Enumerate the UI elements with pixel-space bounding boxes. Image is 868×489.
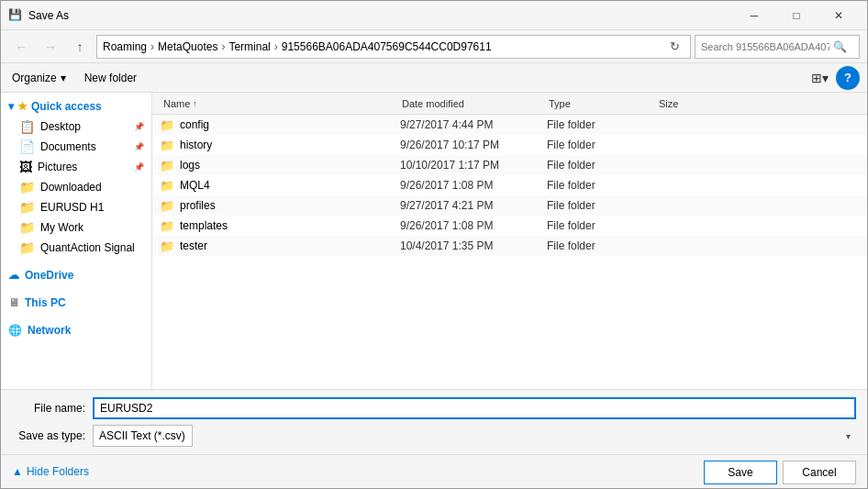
- file-type: File folder: [547, 159, 657, 172]
- select-arrow-icon: ▾: [846, 431, 851, 441]
- quick-access-header[interactable]: ▾ ★ Quick access: [1, 96, 151, 117]
- filename-input[interactable]: [93, 397, 856, 419]
- search-box: 🔍: [695, 35, 860, 59]
- file-list: 📁 config 9/27/2017 4:44 PM File folder 📁…: [152, 115, 867, 389]
- file-row[interactable]: 📁 templates 9/26/2017 1:08 PM File folde…: [152, 216, 867, 236]
- file-type: File folder: [547, 219, 657, 232]
- forward-button[interactable]: →: [38, 34, 63, 60]
- desktop-icon: 📋: [19, 119, 35, 134]
- bottom-footer: ▲ Hide Folders Save Cancel: [1, 454, 867, 488]
- save-button[interactable]: Save: [704, 461, 777, 484]
- view-button[interactable]: ⊞▾: [807, 65, 832, 91]
- onedrive-item[interactable]: ☁ OneDrive: [1, 265, 151, 285]
- file-name: logs: [180, 159, 400, 172]
- sidebar-item-pictures[interactable]: 🖼 Pictures 📌: [1, 157, 151, 177]
- network-item[interactable]: 🌐 Network: [1, 320, 151, 340]
- pin-icon: 📌: [134, 122, 144, 131]
- documents-label: Documents: [40, 140, 128, 153]
- search-input[interactable]: [701, 41, 829, 52]
- new-folder-button[interactable]: New folder: [81, 72, 140, 84]
- file-column-headers: Name ↑ Date modified Type Size: [152, 93, 867, 115]
- thispc-item[interactable]: 🖥 This PC: [1, 293, 151, 313]
- mywork-label: My Work: [40, 221, 144, 234]
- hide-folders-arrow-icon: ▲: [12, 465, 23, 478]
- organize-button[interactable]: Organize ▾: [8, 63, 70, 92]
- sidebar-item-documents[interactable]: 📄 Documents 📌: [1, 137, 151, 157]
- file-date: 9/26/2017 1:08 PM: [400, 179, 547, 192]
- breadcrumb-id[interactable]: 915566BA06ADA407569C544CC0D97611: [282, 40, 492, 53]
- file-date: 9/27/2017 4:21 PM: [400, 199, 547, 212]
- cancel-button[interactable]: Cancel: [783, 461, 856, 484]
- file-row[interactable]: 📁 MQL4 9/26/2017 1:08 PM File folder: [152, 175, 867, 195]
- sidebar-item-desktop[interactable]: 📋 Desktop 📌: [1, 117, 151, 137]
- col-header-type[interactable]: Type: [545, 93, 655, 114]
- sidebar-sep3: [1, 313, 151, 320]
- file-name: tester: [180, 239, 400, 252]
- file-row[interactable]: 📁 config 9/27/2017 4:44 PM File folder: [152, 115, 867, 135]
- file-date: 9/26/2017 1:08 PM: [400, 219, 547, 232]
- file-name: templates: [180, 219, 400, 232]
- breadcrumb-roaming[interactable]: Roaming: [103, 40, 147, 53]
- title-bar: 💾 Save As ─ □ ✕: [1, 1, 867, 30]
- quick-access-icon: ★: [17, 100, 28, 113]
- breadcrumb-metaquotes[interactable]: MetaQuotes: [158, 40, 217, 53]
- sidebar: ▾ ★ Quick access 📋 Desktop 📌 📄 Documents…: [1, 93, 152, 389]
- filetype-select-wrapper: ASCII Text (*.csv) ▾: [93, 425, 856, 447]
- breadcrumb-terminal[interactable]: Terminal: [228, 40, 270, 53]
- quantaction-label: QuantAction Signal: [40, 241, 144, 254]
- col-header-date[interactable]: Date modified: [398, 93, 545, 114]
- organize-label: Organize: [12, 72, 57, 84]
- folder-icon: 📁: [160, 199, 174, 213]
- file-row[interactable]: 📁 logs 10/10/2017 1:17 PM File folder: [152, 155, 867, 175]
- up-button[interactable]: ↑: [67, 34, 93, 60]
- file-type: File folder: [547, 239, 657, 252]
- sidebar-item-eurusd[interactable]: 📁 EURUSD H1: [1, 197, 151, 217]
- file-name: history: [180, 139, 400, 151]
- main-content: ▾ ★ Quick access 📋 Desktop 📌 📄 Documents…: [1, 93, 867, 389]
- search-icon: 🔍: [833, 40, 847, 53]
- folder-icon: 📁: [160, 139, 174, 152]
- pictures-label: Pictures: [38, 161, 128, 173]
- back-button[interactable]: ←: [8, 34, 34, 60]
- sidebar-item-downloaded[interactable]: 📁 Downloaded: [1, 177, 151, 197]
- file-type: File folder: [547, 139, 657, 151]
- documents-icon: 📄: [19, 139, 35, 154]
- filetype-select[interactable]: ASCII Text (*.csv): [93, 425, 193, 447]
- folder-icon: 📁: [160, 219, 174, 233]
- file-area: Name ↑ Date modified Type Size 📁 config …: [152, 93, 867, 389]
- folder-icon: 📁: [160, 118, 174, 132]
- filename-label: File name:: [12, 402, 85, 415]
- pin-icon: 📌: [134, 142, 144, 151]
- file-row[interactable]: 📁 history 9/26/2017 10:17 PM File folder: [152, 135, 867, 155]
- filename-row: File name:: [12, 397, 856, 419]
- pictures-icon: 🖼: [19, 160, 32, 174]
- downloaded-label: Downloaded: [40, 181, 144, 194]
- filetype-label: Save as type:: [12, 429, 85, 442]
- refresh-button[interactable]: ↻: [664, 37, 684, 57]
- sidebar-item-quantaction[interactable]: 📁 QuantAction Signal: [1, 238, 151, 258]
- action-buttons: Save Cancel: [704, 461, 856, 484]
- col-header-name[interactable]: Name ↑: [160, 93, 398, 114]
- sidebar-item-mywork[interactable]: 📁 My Work: [1, 217, 151, 238]
- file-row[interactable]: 📁 tester 10/4/2017 1:35 PM File folder: [152, 236, 867, 256]
- col-header-size[interactable]: Size: [655, 93, 729, 114]
- help-button[interactable]: ?: [836, 66, 860, 90]
- maximize-button[interactable]: □: [775, 1, 818, 30]
- close-button[interactable]: ✕: [818, 1, 860, 30]
- dialog-title: Save As: [28, 9, 733, 22]
- address-bar[interactable]: Roaming › MetaQuotes › Terminal › 915566…: [96, 35, 691, 59]
- onedrive-icon: ☁: [8, 269, 19, 282]
- file-type: File folder: [547, 199, 657, 212]
- window-controls: ─ □ ✕: [733, 1, 860, 30]
- file-date: 9/27/2017 4:44 PM: [400, 118, 547, 131]
- eurusd-icon: 📁: [19, 200, 35, 215]
- downloaded-icon: 📁: [19, 180, 35, 194]
- mywork-icon: 📁: [19, 220, 35, 235]
- quick-access-label: Quick access: [31, 100, 102, 113]
- minimize-button[interactable]: ─: [733, 1, 775, 30]
- organize-toolbar: Organize ▾ New folder ⊞▾ ?: [1, 63, 867, 93]
- file-row[interactable]: 📁 profiles 9/27/2017 4:21 PM File folder: [152, 195, 867, 216]
- hide-folders-button[interactable]: ▲ Hide Folders: [12, 465, 89, 478]
- file-name: profiles: [180, 199, 400, 212]
- organize-arrow-icon: ▾: [61, 72, 66, 84]
